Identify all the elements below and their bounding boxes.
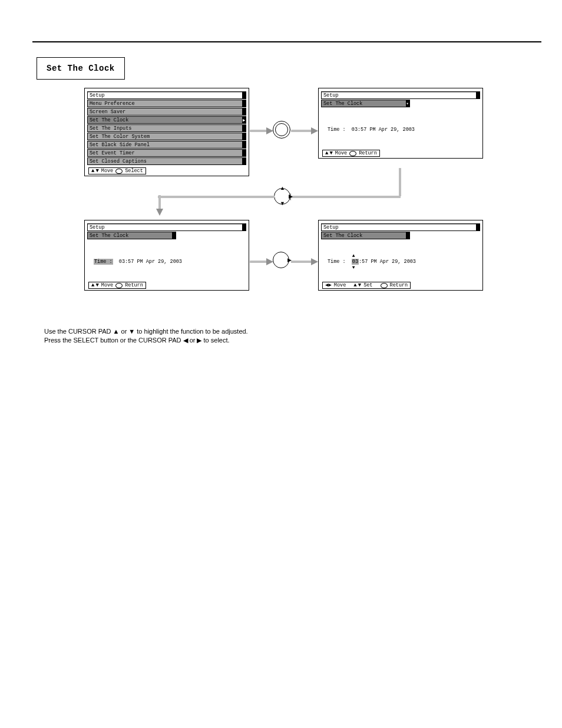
flow-arrow-right <box>291 129 318 133</box>
hint-return: Return <box>125 282 143 288</box>
section-title: Set The Clock <box>37 57 125 80</box>
top-rule <box>32 41 541 42</box>
osd-title-row: Setup <box>87 223 246 231</box>
flow-arrow-right <box>250 129 273 133</box>
osd-title-row: Setup <box>321 223 480 231</box>
time-rest: :57 PM Apr 29, 2003 <box>359 259 416 265</box>
cursor-pad-icon <box>273 252 289 268</box>
return-icon <box>349 151 356 156</box>
right-arrow-icon: ▶ <box>289 194 293 199</box>
hint-return: Return <box>390 282 408 288</box>
menu-item-selected: Set The Clock▶ <box>87 116 246 124</box>
flow-arrow-right <box>250 260 273 263</box>
down-arrow-icon: ▼ <box>280 201 285 206</box>
osd-panel-setup-menu: Setup Menu Preference Screen Saver Set T… <box>84 88 249 176</box>
menu-item: Set Closed Captions <box>87 157 246 165</box>
hint-move: Move <box>334 282 346 288</box>
osd-body: Time : ▲ 03:57 PM Apr 29, 2003 ▼ <box>319 242 482 282</box>
osd-hint: ▲▼ Move Select <box>88 167 146 174</box>
select-icon <box>115 169 123 174</box>
time-value: 03:57 PM Apr 29, 2003 <box>119 259 182 265</box>
hint-move: Move <box>101 282 113 288</box>
menu-item: Menu Preference <box>87 100 246 107</box>
hint-set: Set <box>363 282 372 288</box>
time-label: Time : <box>328 127 346 133</box>
menu-item: Set Black Side Panel <box>87 141 246 149</box>
flow-diagram: Setup Menu Preference Screen Saver Set T… <box>0 85 562 345</box>
flow-arrow-down <box>398 168 402 196</box>
osd-subtitle: Set The Clock <box>87 232 176 239</box>
return-icon <box>381 283 388 288</box>
menu-item: Set The Color System <box>87 133 246 140</box>
hint-select: Select <box>125 168 143 174</box>
time-label: Time : <box>328 259 346 265</box>
osd-hint: ◀▶ Move ▲▼ Set Return <box>322 282 411 289</box>
time-hour-selected: 03 <box>352 259 359 265</box>
osd-hint: ▲▼ Move Return <box>88 282 146 289</box>
osd-body: Time : 03:57 PM Apr 29, 2003 <box>319 110 482 150</box>
osd-panel-clock-edit: Setup Set The Clock Time : ▲ 03:57 PM Ap… <box>318 220 483 291</box>
osd-subtitle: Set The Clock <box>321 232 410 239</box>
osd-hint: ▲▼ Move Return <box>322 150 380 157</box>
return-icon <box>115 283 123 288</box>
flow-arrow-left <box>291 195 401 199</box>
flow-arrow-right <box>291 260 318 263</box>
menu-item: Set The Inputs <box>87 124 246 132</box>
osd-panel-clock-highlight: Setup Set The Clock Time : 03:57 PM Apr … <box>84 220 249 291</box>
down-arrow-icon: ▼ <box>352 265 355 270</box>
osd-title-text: Setup <box>88 93 242 98</box>
hint-move: Move <box>101 168 113 174</box>
up-arrow-icon: ▲ <box>280 186 285 191</box>
menu-item: Screen Saver <box>87 108 246 116</box>
select-dial-icon <box>273 121 290 139</box>
osd-panel-clock-view: Setup Set The Clock▾ Time : 03:57 PM Apr… <box>318 88 483 159</box>
hint-return: Return <box>359 150 377 156</box>
up-arrow-icon: ▲ <box>352 253 355 258</box>
time-value: 03:57 PM Apr 29, 2003 <box>352 127 415 133</box>
time-label-highlighted: Time : <box>94 259 113 265</box>
osd-subtitle: Set The Clock▾ <box>321 100 410 107</box>
flow-arrow-left-shaft <box>158 195 275 199</box>
osd-title-row: Setup <box>321 91 480 99</box>
flow-arrow-down <box>158 195 161 216</box>
osd-title-row: Setup <box>87 91 246 99</box>
osd-body: Time : 03:57 PM Apr 29, 2003 <box>85 242 249 282</box>
hint-move: Move <box>335 150 347 156</box>
menu-item: Set Event Timer <box>87 149 246 157</box>
